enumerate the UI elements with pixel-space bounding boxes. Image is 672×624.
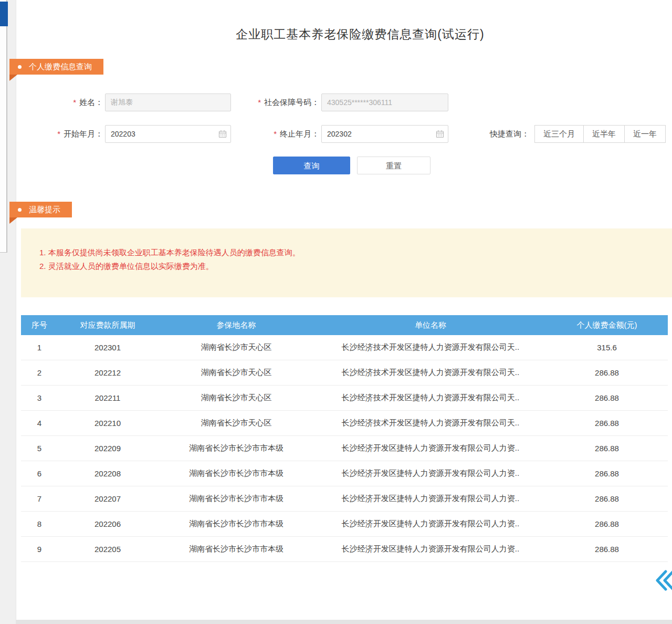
left-sidebar-strip <box>0 0 7 253</box>
ribbon-fold-decoration <box>9 75 17 81</box>
seq-cell: 7 <box>21 494 58 503</box>
notice-lines: 1. 本服务仅提供尚未领取企业职工基本养老保险待遇人员的缴费信息查询。 2. 灵… <box>39 246 300 273</box>
amount-cell: 286.88 <box>546 494 668 503</box>
company-cell: 长沙经济开发区捷特人力资源开发有限公司人力资.. <box>315 443 546 453</box>
table-header-row: 序号对应费款所属期参保地名称单位名称个人缴费金额(元) <box>21 315 668 335</box>
reset-button[interactable]: 重置 <box>357 157 430 174</box>
period-cell: 202205 <box>58 545 158 554</box>
column-header: 个人缴费金额(元) <box>546 320 668 330</box>
query-button[interactable]: 查询 <box>273 157 350 174</box>
end-month-field <box>321 125 448 143</box>
seq-cell: 6 <box>21 469 58 478</box>
area-cell: 湖南省长沙市天心区 <box>158 342 315 352</box>
start-month-label: *开始年月： <box>26 125 103 143</box>
amount-cell: 286.88 <box>546 393 668 402</box>
period-cell: 202209 <box>58 444 158 453</box>
period-cell: 202301 <box>58 343 158 352</box>
table-row: 4202210湖南省长沙市天心区长沙经济技术开发区捷特人力资源开发有限公司天..… <box>21 411 668 436</box>
table-row: 9202205湖南省长沙市长沙市市本级长沙经济开发区捷特人力资源开发有限公司人力… <box>21 537 668 562</box>
ssn-input[interactable] <box>321 93 448 111</box>
area-cell: 湖南省长沙市长沙市市本级 <box>158 494 315 504</box>
name-input[interactable] <box>105 93 231 111</box>
end-month-input[interactable] <box>321 125 448 143</box>
area-cell: 湖南省长沙市天心区 <box>158 393 315 403</box>
amount-cell: 315.6 <box>546 343 668 352</box>
bullet-dot-icon <box>18 65 22 69</box>
required-asterisk: * <box>73 98 76 107</box>
area-cell: 湖南省长沙市长沙市市本级 <box>158 519 315 529</box>
column-header: 单位名称 <box>315 320 546 330</box>
seq-cell: 2 <box>21 368 58 377</box>
table-row: 2202212湖南省长沙市天心区长沙经济技术开发区捷特人力资源开发有限公司天..… <box>21 360 668 386</box>
seq-cell: 1 <box>21 343 58 352</box>
table-row: 5202209湖南省长沙市长沙市市本级长沙经济开发区捷特人力资源开发有限公司人力… <box>21 436 668 461</box>
page-title: 企业职工基本养老保险缴费信息查询(试运行) <box>32 26 672 43</box>
column-header: 参保地名称 <box>158 320 315 330</box>
quick-query-group: 近三个月 近半年 近一年 <box>534 125 666 143</box>
company-cell: 长沙经济技术开发区捷特人力资源开发有限公司天.. <box>315 393 546 403</box>
section-badge-personal-query: 个人缴费信息查询 <box>9 59 103 75</box>
period-cell: 202208 <box>58 469 158 478</box>
column-header: 对应费款所属期 <box>58 320 158 330</box>
start-month-field <box>105 125 231 143</box>
area-cell: 湖南省长沙市长沙市市本级 <box>158 443 315 453</box>
seq-cell: 8 <box>21 519 58 528</box>
area-cell: 湖南省长沙市天心区 <box>158 368 315 378</box>
period-cell: 202206 <box>58 519 158 528</box>
area-cell: 湖南省长沙市天心区 <box>158 418 315 428</box>
seq-cell: 5 <box>21 444 58 453</box>
period-cell: 202211 <box>58 393 158 402</box>
amount-cell: 286.88 <box>546 469 668 478</box>
required-asterisk: * <box>258 98 261 107</box>
table-row: 7202207湖南省长沙市长沙市市本级长沙经济开发区捷特人力资源开发有限公司人力… <box>21 486 668 512</box>
table-row: 6202208湖南省长沙市长沙市市本级长沙经济开发区捷特人力资源开发有限公司人力… <box>21 461 668 486</box>
table-row: 1202301湖南省长沙市天心区长沙经济技术开发区捷特人力资源开发有限公司天..… <box>21 335 668 360</box>
section-badge-label: 个人缴费信息查询 <box>29 62 92 72</box>
table-body: 1202301湖南省长沙市天心区长沙经济技术开发区捷特人力资源开发有限公司天..… <box>21 335 668 562</box>
quick-option-last-3-months[interactable]: 近三个月 <box>534 125 584 143</box>
bottom-scrollbar-track[interactable] <box>16 620 672 624</box>
amount-cell: 286.88 <box>546 368 668 377</box>
company-cell: 长沙经济技术开发区捷特人力资源开发有限公司天.. <box>315 342 546 352</box>
company-cell: 长沙经济开发区捷特人力资源开发有限公司人力资.. <box>315 519 546 529</box>
area-cell: 湖南省长沙市长沙市市本级 <box>158 544 315 554</box>
ribbon-fold-decoration <box>9 217 17 224</box>
end-month-label: *终止年月： <box>242 125 319 143</box>
amount-cell: 286.88 <box>546 419 668 428</box>
name-label: *姓名： <box>37 93 103 111</box>
bullet-dot-icon <box>18 208 22 212</box>
required-asterisk: * <box>57 129 60 138</box>
amount-cell: 286.88 <box>546 519 668 528</box>
start-month-input[interactable] <box>105 125 231 143</box>
amount-cell: 286.88 <box>546 545 668 554</box>
period-cell: 202210 <box>58 419 158 428</box>
sidebar-collapsed-tab[interactable] <box>0 2 8 26</box>
seq-cell: 3 <box>21 393 58 402</box>
table-row: 3202211湖南省长沙市天心区长沙经济技术开发区捷特人力资源开发有限公司天..… <box>21 386 668 411</box>
area-cell: 湖南省长沙市长沙市市本级 <box>158 469 315 479</box>
ssn-label: *社会保障号码： <box>242 93 319 111</box>
company-cell: 长沙经济技术开发区捷特人力资源开发有限公司天.. <box>315 368 546 378</box>
company-cell: 长沙经济开发区捷特人力资源开发有限公司人力资.. <box>315 494 546 504</box>
amount-cell: 286.88 <box>546 444 668 453</box>
company-cell: 长沙经济开发区捷特人力资源开发有限公司人力资.. <box>315 469 546 479</box>
column-header: 序号 <box>21 320 58 330</box>
period-cell: 202207 <box>58 494 158 503</box>
quick-option-last-year[interactable]: 近一年 <box>624 125 666 143</box>
notice-box: 1. 本服务仅提供尚未领取企业职工基本养老保险待遇人员的缴费信息查询。 2. 灵… <box>21 228 672 297</box>
quick-query-label: 快捷查询： <box>490 125 529 143</box>
seq-cell: 9 <box>21 545 58 554</box>
notice-line: 1. 本服务仅提供尚未领取企业职工基本养老保险待遇人员的缴费信息查询。 <box>39 246 300 259</box>
results-table: 序号对应费款所属期参保地名称单位名称个人缴费金额(元) 1202301湖南省长沙… <box>21 315 668 562</box>
tips-badge-label: 温馨提示 <box>29 205 60 215</box>
period-cell: 202212 <box>58 368 158 377</box>
required-asterisk: * <box>274 129 277 138</box>
company-cell: 长沙经济技术开发区捷特人力资源开发有限公司天.. <box>315 418 546 428</box>
company-cell: 长沙经济开发区捷特人力资源开发有限公司人力资.. <box>315 544 546 554</box>
section-badge-tips: 温馨提示 <box>9 202 72 217</box>
double-chevron-left-icon[interactable] <box>656 569 672 592</box>
quick-option-last-half-year[interactable]: 近半年 <box>583 125 625 143</box>
pension-query-page: { "page": { "title": "企业职工基本养老保险缴费信息查询(试… <box>0 0 672 624</box>
table-row: 8202206湖南省长沙市长沙市市本级长沙经济开发区捷特人力资源开发有限公司人力… <box>21 512 668 537</box>
seq-cell: 4 <box>21 419 58 428</box>
